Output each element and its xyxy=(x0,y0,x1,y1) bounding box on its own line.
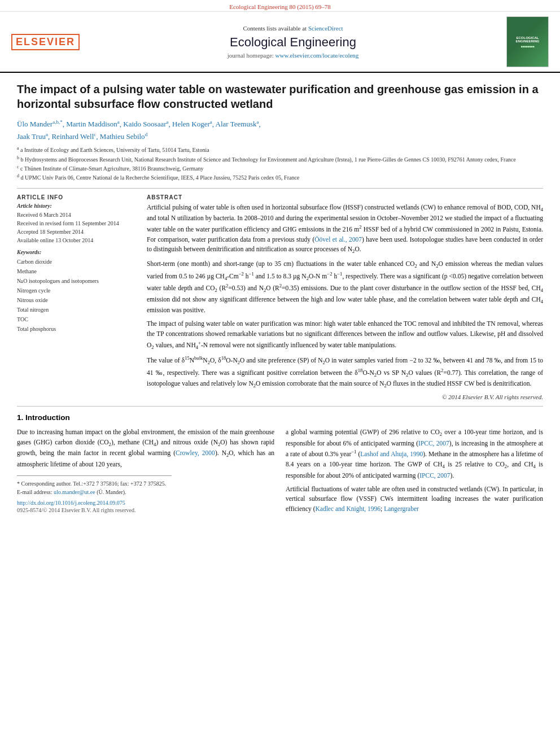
issn-copyright: 0925-8574/© 2014 Elsevier B.V. All right… xyxy=(17,507,274,513)
author-martin: Martin Maddison xyxy=(66,120,117,128)
affiliations: a a Institute of Ecology and Earth Scien… xyxy=(17,145,543,182)
affiliation-a: a a Institute of Ecology and Earth Scien… xyxy=(17,145,543,154)
ref-crowley[interactable]: Crowley, 2000 xyxy=(176,449,215,456)
abstract-col: ABSTRACT Artificial pulsing of water tab… xyxy=(147,194,543,400)
contents-available-line: Contents lists available at ScienceDirec… xyxy=(80,25,506,32)
author-reinhard: Reinhard Well xyxy=(51,132,94,141)
journal-citation: Ecological Engineering 80 (2015) 69–78 xyxy=(229,3,331,10)
article-body: The impact of a pulsing water table on w… xyxy=(0,73,560,527)
intro-text-left: Due to increasing human impact on the gl… xyxy=(17,427,274,470)
abstract-para-2: Short-term (one month) and short-range (… xyxy=(147,259,543,316)
journal-cover-image: ECOLOGICALENGINEERING ■■■■■■■■ xyxy=(506,16,549,67)
ref-ipcc-2007b[interactable]: IPCC, 2007 xyxy=(419,472,450,479)
journal-cover-area: ECOLOGICALENGINEERING ■■■■■■■■ xyxy=(506,16,549,67)
email-link[interactable]: ulo.mander@ut.ee xyxy=(54,489,95,495)
affiliation-d: d d UPMC Univ Paris 06, Centre National … xyxy=(17,173,543,182)
often-word: often xyxy=(237,204,250,211)
journal-citation-bar: Ecological Engineering 80 (2015) 69–78 xyxy=(0,0,560,12)
reference-oovel[interactable]: Öövel et al., 2007 xyxy=(314,236,362,243)
author-jaak: Jaak Truu xyxy=(17,132,46,141)
section1-heading: 1. Introduction xyxy=(17,413,543,422)
intro-text-right: a global warming potential (GWP) of 296 … xyxy=(286,427,543,514)
affiliation-c: c c Thünen Institute of Climate-Smart Ag… xyxy=(17,164,543,173)
publisher-logo-area: ELSEVIER xyxy=(11,34,80,50)
keyword-7: TOC xyxy=(17,314,135,324)
intro-col-right: a global warming potential (GWP) of 296 … xyxy=(286,427,543,518)
contents-text: Contents lists available at xyxy=(243,25,307,32)
section-divider xyxy=(17,188,543,189)
footnote-corresponding: * Corresponding author. Tel.:+372 7 3758… xyxy=(17,479,274,488)
article-info-col: ARTICLE INFO Article history: Received 6… xyxy=(17,194,135,400)
received-date: Received 6 March 2014 xyxy=(17,211,135,219)
keyword-2: Methane xyxy=(17,267,135,276)
intro-col-left: Due to increasing human impact on the gl… xyxy=(17,427,274,518)
available-date: Available online 13 October 2014 xyxy=(17,236,135,244)
intro-para-3: Artificial fluctuations of water table a… xyxy=(286,484,543,514)
footnote-email: E-mail address: ulo.mander@ut.ee (Ü. Man… xyxy=(17,488,274,496)
journal-info-center: Contents lists available at ScienceDirec… xyxy=(80,25,506,59)
ref-ipcc-2007a[interactable]: IPCC, 2007 xyxy=(418,440,449,447)
affiliation-b: b b Hydrosystems and Bioprocesses Resear… xyxy=(17,155,543,164)
introduction-two-col: Due to increasing human impact on the gl… xyxy=(17,427,543,518)
abstract-para-3: The impact of pulsing water table on wat… xyxy=(147,319,543,351)
author-mathieu: Mathieu Sebilo xyxy=(100,132,145,141)
keyword-6: Total nitrogen xyxy=(17,305,135,314)
keyword-3: N₂O isotopologues and isotopomers xyxy=(17,276,135,286)
abstract-text: Artificial pulsing of water table is oft… xyxy=(147,203,543,390)
author-helen: Helen Koger xyxy=(172,120,210,128)
journal-homepage-line: journal homepage: www.elsevier.com/locat… xyxy=(80,52,506,59)
ref-lashof[interactable]: Lashof and Ahuja, 1990 xyxy=(360,451,423,457)
author-ulo: Ülo Mander xyxy=(17,120,53,128)
ref-kadlec[interactable]: Kadlec and Knight, 1996 xyxy=(315,505,380,512)
elsevier-logo: ELSEVIER xyxy=(11,34,80,50)
journal-header: ELSEVIER Contents lists available at Sci… xyxy=(0,12,560,73)
info-abstract-section: ARTICLE INFO Article history: Received 6… xyxy=(17,194,543,400)
page-wrapper: Ecological Engineering 80 (2015) 69–78 E… xyxy=(0,0,560,747)
homepage-label: journal homepage: xyxy=(228,52,274,59)
section-divider-2 xyxy=(17,406,543,407)
accepted-date: Accepted 18 September 2014 xyxy=(17,228,135,236)
author-kaido: Kaido Soosaar xyxy=(123,120,166,128)
article-info-section-label: ARTICLE INFO xyxy=(17,194,135,200)
author-alar: Alar Teemusk xyxy=(216,120,257,128)
authors-line: Ülo Mandera,b,*, Martin Maddisona, Kaido… xyxy=(17,118,543,143)
keyword-5: Nitrous oxide xyxy=(17,295,135,305)
footnote-divider xyxy=(17,475,172,476)
doi-line: http://dx.doi.org/10.1016/j.ecoleng.2014… xyxy=(17,500,274,506)
sciencedirect-link[interactable]: ScienceDirect xyxy=(308,25,343,32)
article-title: The impact of a pulsing water table on w… xyxy=(17,82,543,111)
article-history-label: Article history: xyxy=(17,203,135,209)
ref-langergraber[interactable]: Langergraber xyxy=(384,505,419,512)
abstract-para-4: The value of δ15NbulkN2O, δ18O-N2O and s… xyxy=(147,355,543,390)
keyword-8: Total phosphorus xyxy=(17,324,135,334)
journal-title: Ecological Engineering xyxy=(80,35,506,50)
intro-para-2: a global warming potential (GWP) of 296 … xyxy=(286,427,543,481)
keywords-label: Keywords: xyxy=(17,249,135,255)
abstract-para-1: Artificial pulsing of water table is oft… xyxy=(147,203,543,256)
doi-link[interactable]: http://dx.doi.org/10.1016/j.ecoleng.2014… xyxy=(17,500,125,506)
revised-date: Received in revised form 11 September 20… xyxy=(17,219,135,228)
keyword-1: Carbon dioxide xyxy=(17,257,135,267)
keyword-4: Nitrogen cycle xyxy=(17,286,135,295)
abstract-copyright: © 2014 Elsevier B.V. All rights reserved… xyxy=(147,394,543,400)
intro-para-1: Due to increasing human impact on the gl… xyxy=(17,427,274,470)
homepage-url[interactable]: www.elsevier.com/locate/ecoleng xyxy=(275,52,359,59)
abstract-label: ABSTRACT xyxy=(147,194,543,200)
